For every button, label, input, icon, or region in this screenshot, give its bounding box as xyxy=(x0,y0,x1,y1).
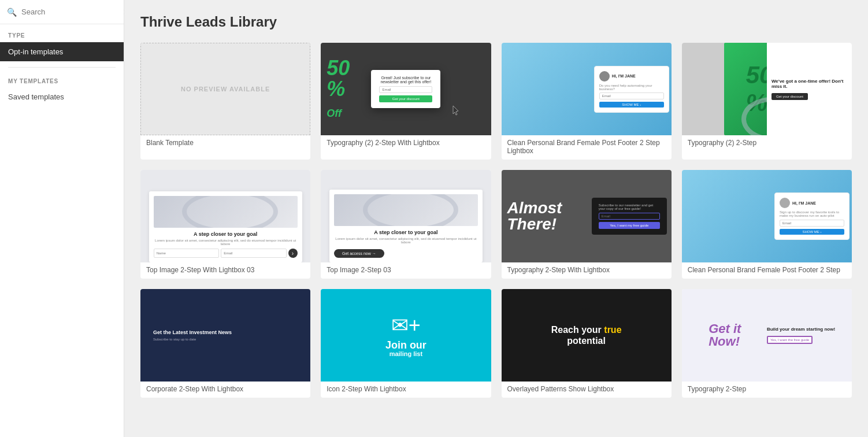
topimg2-sub: Lorem ipsum dolor sit amet, consectetur … xyxy=(334,237,478,244)
get-it-right: Build your dream starting now! Yes, I wa… xyxy=(765,324,848,346)
cpb-name: HI, I'M JANE xyxy=(612,74,636,78)
get-it-inner: Get itNow! Build your dream starting now… xyxy=(685,292,848,378)
template-topimg-03-label: Top Image 2-Step 03 xyxy=(321,262,491,279)
subscribe-copy-text: Subscribe to our newsletter and get your… xyxy=(599,203,660,210)
template-blank-preview: NO PREVIEW AVAILABLE xyxy=(140,43,310,135)
almost-there-text: AlmostThere! xyxy=(507,200,562,232)
topimg-name-input xyxy=(154,249,219,258)
search-icon: 🔍 xyxy=(7,8,17,17)
topimg2-card: A step closer to your goal Lorem ipsum d… xyxy=(329,190,483,262)
corp-sub: Subscribe to stay up to date xyxy=(153,338,298,341)
sidebar: 🔍 ✕ TYPE Opt-in templates MY TEMPLATES S… xyxy=(0,0,124,437)
template-cpb-lightbox-preview: HI, I'M JANE Do you need help automating… xyxy=(502,43,672,135)
modal-email-input xyxy=(379,86,432,93)
topimg-submit-btn: › xyxy=(288,249,298,258)
template-overlay-patterns[interactable]: Reach your truepotential Overlayed Patte… xyxy=(502,289,672,398)
modal-get-discount-btn: Get your discount xyxy=(379,95,432,102)
cpb-show-me-btn: SHOW ME › xyxy=(599,102,664,108)
cpb2-card: HI, I'M JANE Sign up to discover my favo… xyxy=(774,192,850,240)
template-typo2step-sm2[interactable]: Get itNow! Build your dream starting now… xyxy=(682,289,852,398)
template-blank-label: Blank Template xyxy=(140,135,310,151)
template-topimg-03[interactable]: A step closer to your goal Lorem ipsum d… xyxy=(321,170,491,279)
template-cpb-2step-preview: HI, I'M JANE Sign up to discover my favo… xyxy=(682,170,852,262)
get-discount-btn: Get your discount xyxy=(771,93,808,100)
template-typo2step-preview: 50%Off Great! Just subscribe to our news… xyxy=(321,43,491,135)
template-typo-2step-lightbox[interactable]: AlmostThere! Subscribe to our newsletter… xyxy=(502,170,672,279)
join-title: Join our xyxy=(385,340,426,350)
corp-title: Get the Latest Investment News xyxy=(153,329,298,335)
template-topimg-lightbox-03[interactable]: A step closer to your goal Lorem ipsum d… xyxy=(140,170,310,279)
cpb2-name: HI, I'M JANE xyxy=(792,201,816,205)
cpb-overlay: HI, I'M JANE Do you need help automating… xyxy=(594,66,669,113)
saved-templates-item[interactable]: Saved templates xyxy=(0,88,124,106)
search-input[interactable] xyxy=(21,8,118,16)
template-typo2step-sm2-preview: Get itNow! Build your dream starting now… xyxy=(682,289,852,382)
cpb2-avatar xyxy=(780,198,790,208)
build-dream-text: Build your dream starting now! xyxy=(767,327,846,332)
template-typo2step-sm-preview: 50%Off We've got a one-time offer! Don't… xyxy=(682,43,852,135)
corp-inner: Get the Latest Investment News Subscribe… xyxy=(153,329,298,341)
cpb-email-input xyxy=(599,92,664,99)
topimg-arc xyxy=(154,196,298,228)
template-typo2step-lightbox[interactable]: 50%Off Great! Just subscribe to our news… xyxy=(321,43,491,160)
avatar-row: HI, I'M JANE xyxy=(599,71,664,82)
email-icon: ✉+ xyxy=(391,313,421,338)
template-cpb-2step-label: Clean Personal Brand Female Post Footer … xyxy=(682,262,852,279)
cpb2-sub: Sign up to discover my favorite tools to… xyxy=(780,210,844,217)
page-title: Thrive Leads Library xyxy=(140,14,852,30)
template-icon-2step-lightbox[interactable]: ✉+ Join our mailing list Icon 2-Step Wit… xyxy=(321,289,491,398)
cpb-avatar xyxy=(599,71,610,82)
template-corporate-preview: Get the Latest Investment News Subscribe… xyxy=(140,289,310,382)
template-blank[interactable]: NO PREVIEW AVAILABLE Blank Template xyxy=(140,43,310,160)
reach-text: Reach your truepotential xyxy=(551,324,622,346)
cpb-sub: Do you need help automating your busines… xyxy=(599,84,664,91)
template-topimg-03-preview: A step closer to your goal Lorem ipsum d… xyxy=(321,170,491,262)
template-typo2step-sm2-label: Typography 2-Step xyxy=(682,382,852,398)
template-topimg-lightbox-label: Top Image 2-Step With Lightbox 03 xyxy=(140,262,310,279)
cpb2-email-input xyxy=(780,220,844,227)
template-cpb-lightbox-label: Clean Personal Brand Female Post Footer … xyxy=(502,135,672,160)
main-content: Thrive Leads Library NO PREVIEW AVAILABL… xyxy=(124,0,868,437)
topimg-title: A step closer to your goal xyxy=(154,231,298,237)
fifty-off-badge: 50%Off xyxy=(327,58,350,120)
templates-grid: NO PREVIEW AVAILABLE Blank Template 50%O… xyxy=(140,43,852,398)
topimg2-access-btn: Get access now → xyxy=(334,249,384,258)
template-overlay-preview: Reach your truepotential xyxy=(502,289,672,382)
template-cpb-2step[interactable]: HI, I'M JANE Sign up to discover my favo… xyxy=(682,170,852,279)
topimg-inputs: › xyxy=(154,249,298,258)
modal-title: Great! Just subscribe to our newsletter … xyxy=(379,76,432,84)
yes-want-btn: Yes, I want my free guide xyxy=(599,222,660,229)
cpb2-show-me-btn: SHOW ME › xyxy=(780,229,844,235)
template-typo2step-sm[interactable]: 50%Off We've got a one-time offer! Don't… xyxy=(682,43,852,160)
template-icon2step-preview: ✉+ Join our mailing list xyxy=(321,289,491,382)
cursor-indicator xyxy=(452,105,459,118)
type-section-label: TYPE xyxy=(0,24,124,42)
opt-in-templates-item[interactable]: Opt-in templates xyxy=(0,42,124,61)
almost-there-card: Subscribe to our newsletter and get your… xyxy=(592,198,667,235)
dont-miss-text: We've got a one-time offer! Don't miss i… xyxy=(771,79,847,89)
template-icon2step-label: Icon 2-Step With Lightbox xyxy=(321,382,491,398)
get-it-left: Get itNow! xyxy=(685,323,765,348)
no-preview-text: NO PREVIEW AVAILABLE xyxy=(181,86,270,92)
topimg-card: A step closer to your goal Lorem ipsum d… xyxy=(149,191,302,262)
almost-email-input xyxy=(599,213,660,220)
topimg2-arc xyxy=(334,194,478,226)
my-templates-label: MY TEMPLATES xyxy=(0,73,124,88)
topimg2-title: A step closer to your goal xyxy=(334,229,478,235)
template-cpb-lightbox[interactable]: HI, I'M JANE Do you need help automating… xyxy=(502,43,672,160)
template-corporate-2step[interactable]: Get the Latest Investment News Subscribe… xyxy=(140,289,310,398)
search-bar[interactable]: 🔍 ✕ xyxy=(0,0,124,24)
cpb2-avatar-row: HI, I'M JANE xyxy=(780,198,844,208)
template-topimg-lightbox-preview: A step closer to your goal Lorem ipsum d… xyxy=(140,170,310,262)
template-typo2step-sm-label: Typography (2) 2-Step xyxy=(682,135,852,151)
template-typo-2step-lightbox-label: Typography 2-Step With Lightbox xyxy=(502,262,672,279)
join-sub: mailing list xyxy=(390,350,422,357)
true-span: true xyxy=(604,325,621,335)
topimg-email-input xyxy=(221,249,286,258)
yes-want-free-btn: Yes, I want the free guide xyxy=(767,336,813,344)
lightbox-modal: Great! Just subscribe to our newsletter … xyxy=(371,70,440,108)
template-overlay-label: Overlayed Patterns Show Lightbox xyxy=(502,382,672,398)
topimg-sub: Lorem ipsum dolor sit amet, consectetur … xyxy=(154,239,298,246)
template-typo-lightbox-preview: AlmostThere! Subscribe to our newsletter… xyxy=(502,170,672,262)
template-corporate-label: Corporate 2-Step With Lightbox xyxy=(140,382,310,398)
